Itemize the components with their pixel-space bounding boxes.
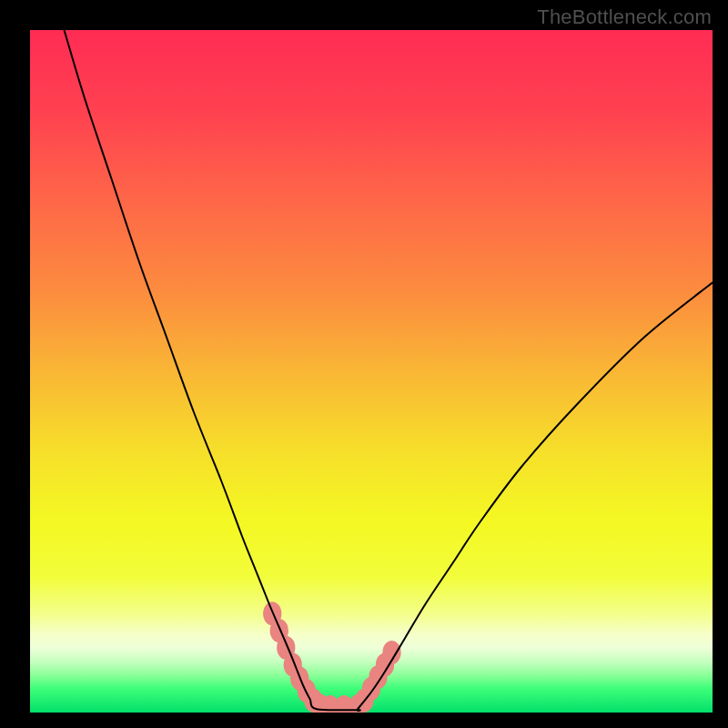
bottleneck-curve bbox=[65, 30, 713, 711]
chart-curves bbox=[30, 30, 713, 713]
plot-area bbox=[30, 30, 713, 713]
watermark-text: TheBottleneck.com bbox=[537, 5, 712, 29]
chart-frame: TheBottleneck.com bbox=[0, 0, 728, 728]
